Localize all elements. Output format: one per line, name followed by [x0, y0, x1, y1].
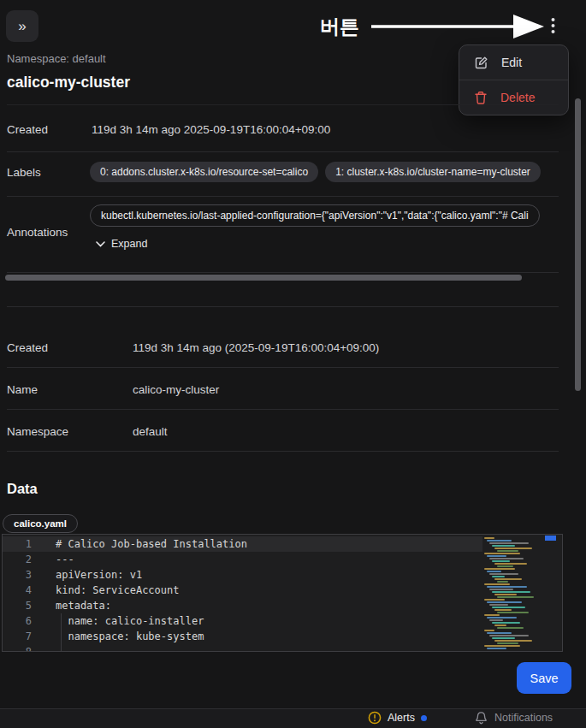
menu-item-edit-label: Edit	[501, 56, 522, 69]
save-button[interactable]: Save	[517, 662, 571, 694]
divider	[7, 306, 559, 307]
page-title: calico-my-cluster	[7, 74, 130, 92]
menu-item-delete[interactable]: Delete	[459, 80, 568, 115]
editor-minimap[interactable]	[482, 536, 544, 649]
annotation-chip: kubectl.kubernetes.io/last-applied-confi…	[90, 204, 540, 227]
divider	[7, 367, 559, 368]
kebab-menu-button[interactable]	[544, 13, 561, 38]
labels-chip-list: 0: addons.cluster.x-k8s.io/resource-set=…	[90, 162, 563, 182]
configmap-detail-page: » 버튼 Namespace: default calico-my-cluste…	[0, 0, 586, 728]
vertical-scrollbar-thumb[interactable]	[575, 98, 581, 391]
divider	[7, 409, 559, 410]
button-annotation-label: 버튼	[320, 14, 359, 40]
bell-icon	[475, 711, 488, 725]
notifications-button[interactable]: Notifications	[475, 711, 553, 725]
detail-created-value: 119d 3h 14m ago (2025-09-19T16:00:04+09:…	[133, 341, 379, 354]
detail-name-value: calico-my-cluster	[133, 383, 219, 396]
horizontal-scrollbar-thumb[interactable]	[5, 275, 522, 281]
code-line: 4kind: ServiceAccount	[3, 583, 562, 598]
annotation-arrow-icon	[370, 13, 546, 40]
code-line: 1# Calico Job-based Installation	[3, 536, 562, 552]
alerts-badge-dot	[421, 715, 427, 721]
annotations-label: Annotations	[7, 226, 68, 239]
namespace-breadcrumb: Namespace: default	[7, 52, 106, 65]
divider	[7, 104, 559, 105]
alerts-label: Alerts	[388, 712, 415, 724]
code-line: 5metadata:	[3, 598, 562, 613]
kebab-icon	[551, 17, 555, 34]
menu-item-delete-label: Delete	[500, 91, 535, 104]
code-line: 7 namespace: kube-system	[3, 629, 562, 644]
detail-name-label: Name	[7, 383, 38, 396]
divider	[7, 151, 559, 152]
code-line: 8	[3, 644, 562, 652]
tab-calico-yaml[interactable]: calico.yaml	[3, 514, 78, 533]
notifications-label: Notifications	[494, 712, 553, 724]
created-label: Created	[7, 123, 48, 136]
detail-namespace-value: default	[133, 425, 168, 438]
trash-icon	[474, 91, 488, 105]
expand-toggle[interactable]: Expand	[96, 238, 147, 250]
data-section-heading: Data	[7, 481, 38, 497]
menu-item-edit[interactable]: Edit	[459, 45, 568, 80]
alerts-button[interactable]: Alerts	[368, 711, 427, 725]
divider	[7, 196, 559, 197]
alert-circle-icon	[368, 711, 382, 725]
detail-created-label: Created	[7, 341, 48, 354]
code-lines: 1# Calico Job-based Installation 2--- 3a…	[3, 535, 562, 652]
detail-namespace-label: Namespace	[7, 425, 68, 438]
sidebar-collapse-button[interactable]: »	[6, 10, 38, 42]
pencil-square-icon	[474, 56, 488, 70]
code-line: 3apiVersion: v1	[3, 567, 562, 583]
divider	[7, 272, 559, 273]
divider	[7, 451, 559, 452]
yaml-code-editor[interactable]: 1# Calico Job-based Installation 2--- 3a…	[2, 534, 563, 652]
chevron-down-icon	[96, 241, 105, 247]
created-value: 119d 3h 14m ago 2025-09-19T16:00:04+09:0…	[92, 123, 330, 136]
label-chip: 1: cluster.x-k8s.io/cluster-name=my-clus…	[325, 162, 541, 182]
code-line: 6 name: calico-installer	[3, 613, 562, 629]
labels-label: Labels	[7, 166, 41, 179]
label-chip: 0: addons.cluster.x-k8s.io/resource-set=…	[90, 162, 318, 182]
expand-label: Expand	[111, 238, 147, 250]
editor-scrollbar-thumb[interactable]	[545, 536, 556, 541]
code-line: 2---	[3, 552, 562, 567]
double-chevron-right-icon: »	[18, 18, 26, 35]
